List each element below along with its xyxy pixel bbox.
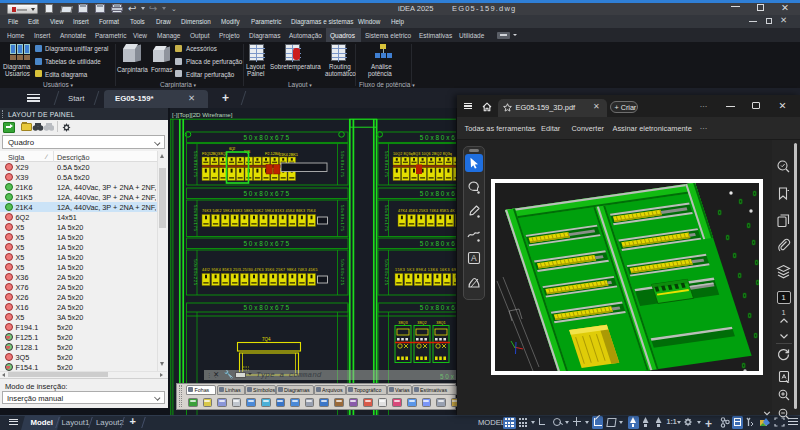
svg-text:[-][Top][2D Wireframe]: [-][Top][2D Wireframe]: [172, 111, 233, 118]
svg-text:50x80x675: 50x80x675: [420, 240, 456, 247]
svg-text:6Q2: 6Q2: [229, 146, 236, 151]
svg-text:50x80x175: 50x80x175: [340, 205, 345, 231]
svg-text:50x80x175: 50x80x175: [193, 151, 198, 177]
svg-text:38Q3: 38Q3: [398, 321, 407, 325]
svg-text:50x80x675: 50x80x675: [420, 304, 456, 311]
svg-text:44I2 95K4 85K3 25I3-25I30 47K3: 44I2 95K4 85K3 25I3-25I30 47K3 35K6 25K7…: [202, 268, 318, 272]
svg-text:50x80x675: 50x80x675: [244, 304, 291, 311]
svg-text:10Q2 8Q3qBQ3 10Q6 2BQ2 8Q3q: 10Q2 8Q3qBQ3 10Q6 2BQ2 8Q3q: [393, 152, 452, 156]
svg-text:15K3 5K3 89K4 13K6 16K3 69: 15K3 5K3 89K4 13K6 16K3 69: [395, 268, 456, 272]
svg-text:50x80x175: 50x80x175: [340, 151, 345, 177]
svg-text:76K3 54K2 59K4 84K3 58K5 50K2: 76K3 54K2 59K4 84K3 58K5 50K2 59K4 81K3 …: [202, 209, 315, 213]
svg-text:50x80x175: 50x80x175: [384, 151, 389, 177]
svg-text:50x80x175: 50x80x175: [193, 205, 198, 231]
svg-text:50x80x675: 50x80x675: [244, 240, 291, 247]
svg-text:47K4 45K6 25K3 74K4 85K5 4K: 47K4 45K6 25K3 74K4 85K5 4K: [398, 209, 455, 213]
svg-text:38Q2: 38Q2: [417, 321, 426, 325]
svg-text:7Q4: 7Q4: [262, 337, 271, 342]
svg-text:50x80x175: 50x80x175: [384, 205, 389, 231]
svg-text:50x80x225: 50x80x225: [193, 259, 198, 285]
svg-text:50x80x675: 50x80x675: [420, 190, 456, 197]
svg-text:50x80x225: 50x80x225: [340, 259, 345, 285]
svg-text:38Q1: 38Q1: [436, 321, 445, 325]
svg-text:50x80x675: 50x80x675: [420, 134, 456, 141]
svg-text:50x80x675: 50x80x675: [244, 134, 291, 141]
svg-text:21K4 2BK1: 21K4 2BK1: [279, 152, 299, 157]
svg-text:A: A: [471, 253, 477, 263]
svg-text:F1Q12BQ3 8Q3: F1Q12BQ3 8Q3: [202, 151, 228, 156]
svg-text:50x80x675: 50x80x675: [244, 190, 291, 197]
svg-text:50x80x225: 50x80x225: [384, 259, 389, 285]
